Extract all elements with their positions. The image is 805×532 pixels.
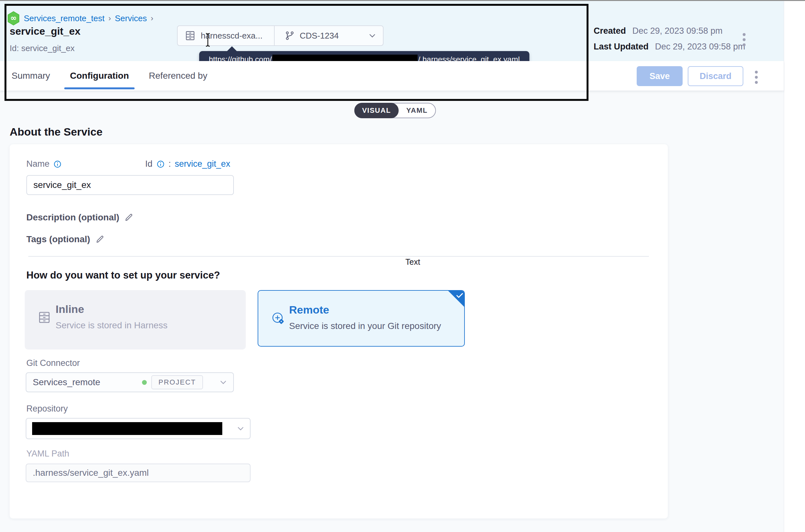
tabs: Summary Configuration Referenced by <box>9 61 209 91</box>
inline-storage-icon <box>38 311 51 324</box>
header-more-options-button[interactable] <box>743 33 746 46</box>
page-header: ∞ Services_remote_test › Services › serv… <box>0 1 784 61</box>
info-icon[interactable] <box>53 160 62 168</box>
git-connector-value: Services_remote <box>33 377 100 387</box>
description-row: Description (optional) <box>26 212 133 223</box>
last-updated-row: Last Updated Dec 29, 2023 09:58 pm <box>594 42 745 52</box>
breadcrumb: ∞ Services_remote_test › Services › <box>7 11 153 25</box>
repository-icon <box>185 30 196 41</box>
window-top-edge <box>0 0 805 1</box>
toggle-visual-option[interactable]: VISUAL <box>354 103 399 118</box>
id-row: Id : service_git_ex <box>145 159 230 169</box>
git-connector-select[interactable]: Services_remote PROJECT <box>26 372 234 392</box>
redacted-repository-name <box>32 422 222 435</box>
service-id-text: Id: service_git_ex <box>9 43 75 53</box>
inline-option-subtitle: Service is stored in Harness <box>56 320 168 330</box>
description-label: Description (optional) <box>26 212 119 223</box>
setup-question-heading: How do you want to set up your service? <box>26 269 220 281</box>
last-updated-label: Last Updated <box>594 42 649 52</box>
service-meta: Created Dec 29, 2023 09:58 pm Last Updat… <box>594 26 745 57</box>
branch-segment[interactable]: CDS-1234 <box>275 31 383 41</box>
page-title: service_git_ex <box>9 25 81 37</box>
created-value: Dec 29, 2023 09:58 pm <box>632 26 723 36</box>
toggle-yaml-option[interactable]: YAML <box>399 106 435 115</box>
save-button[interactable]: Save <box>637 66 683 86</box>
git-branch-icon <box>285 31 294 40</box>
storage-option-remote[interactable]: Remote Service is stored in your Git rep… <box>257 290 465 347</box>
about-service-heading: About the Service <box>9 126 102 138</box>
name-label: Name <box>26 159 50 169</box>
branch-name-label: CDS-1234 <box>300 31 339 41</box>
remote-storage-icon <box>271 311 286 326</box>
selected-check-ribbon <box>447 290 465 307</box>
id-value-link[interactable]: service_git_ex <box>175 159 230 169</box>
tab-bar: Summary Configuration Referenced by Save… <box>0 61 784 91</box>
chevron-down-icon[interactable] <box>220 380 227 384</box>
created-row: Created Dec 29, 2023 09:58 pm <box>594 26 745 36</box>
repository-select[interactable] <box>26 418 251 439</box>
remote-option-subtitle: Service is stored in your Git repository <box>289 321 441 331</box>
breadcrumb-separator: › <box>108 14 111 23</box>
id-label: Id <box>145 159 153 169</box>
storage-option-inline[interactable]: Inline Service is stored in Harness <box>25 290 246 349</box>
tags-label: Tags (optional) <box>26 234 90 245</box>
tab-bar-more-options-button[interactable] <box>755 71 758 84</box>
tab-summary[interactable]: Summary <box>9 61 52 91</box>
visual-yaml-toggle[interactable]: VISUAL YAML <box>354 103 436 118</box>
about-service-card: Name Id : service_git_ex Description (op… <box>9 144 668 518</box>
breadcrumb-separator: › <box>151 14 153 23</box>
yaml-path-label: YAML Path <box>26 449 70 459</box>
git-connector-label: Git Connector <box>26 358 80 368</box>
text-cursor <box>204 33 211 47</box>
breadcrumb-services-link[interactable]: Services <box>115 14 147 23</box>
configuration-panel: VISUAL YAML About the Service Name Id : … <box>0 91 784 532</box>
tags-row: Tags (optional) <box>26 234 104 245</box>
created-label: Created <box>594 26 626 36</box>
last-updated-value: Dec 29, 2023 09:58 pm <box>655 42 745 52</box>
chevron-down-icon[interactable] <box>237 426 244 431</box>
info-icon[interactable] <box>156 160 165 168</box>
svg-text:∞: ∞ <box>10 14 17 22</box>
inline-option-title: Inline <box>56 303 84 316</box>
repository-label: Repository <box>26 404 68 414</box>
repo-segment[interactable]: harnesscd-exa... <box>178 30 274 41</box>
id-colon: : <box>169 159 171 169</box>
name-input[interactable] <box>26 175 234 195</box>
tab-configuration[interactable]: Configuration <box>68 61 131 91</box>
edit-pencil-icon[interactable] <box>124 213 133 222</box>
stray-text-label: Text <box>405 257 420 267</box>
yaml-path-input[interactable] <box>26 463 251 482</box>
edit-pencil-icon[interactable] <box>95 235 104 244</box>
scope-badge: PROJECT <box>151 375 203 390</box>
remote-option-title: Remote <box>289 304 329 316</box>
name-label-row: Name <box>26 159 62 169</box>
breadcrumb-project-link[interactable]: Services_remote_test <box>24 14 104 23</box>
connector-status-dot <box>142 380 147 385</box>
tab-referenced-by[interactable]: Referenced by <box>147 61 209 91</box>
right-gutter <box>784 1 805 532</box>
chevron-down-icon[interactable] <box>369 33 376 38</box>
harness-deployments-module-icon: ∞ <box>7 11 20 25</box>
section-divider <box>28 256 649 257</box>
discard-button[interactable]: Discard <box>688 66 743 86</box>
